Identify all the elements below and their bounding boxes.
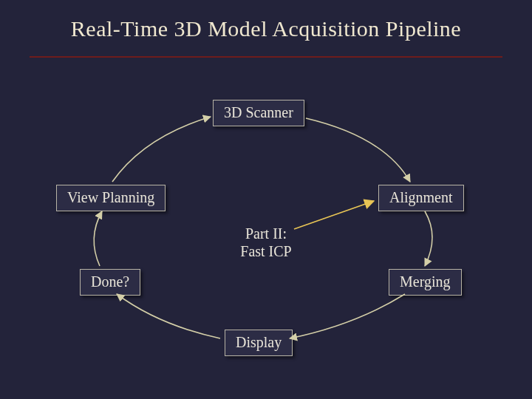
title-underline (30, 56, 502, 58)
center-label: Part II: Fast ICP (222, 225, 310, 260)
node-display: Display (225, 330, 293, 356)
node-planning: View Planning (56, 185, 166, 211)
arrow-scanner-alignment (306, 118, 410, 182)
node-alignment: Alignment (378, 185, 464, 211)
slide-title: Real-Time 3D Model Acquisition Pipeline (0, 16, 532, 41)
node-done: Done? (80, 269, 140, 296)
center-label-line2: Fast ICP (222, 242, 310, 260)
node-merging: Merging (389, 269, 462, 296)
arrow-planning-scanner (112, 117, 211, 182)
arrow-alignment-merging (425, 211, 432, 266)
arrow-display-done (117, 294, 220, 338)
node-scanner: 3D Scanner (213, 100, 304, 126)
arrow-done-planning (94, 211, 102, 266)
arrow-merging-display (290, 294, 405, 338)
center-label-line1: Part II: (245, 225, 287, 242)
slide: Real-Time 3D Model Acquisition Pipeline … (0, 0, 532, 399)
